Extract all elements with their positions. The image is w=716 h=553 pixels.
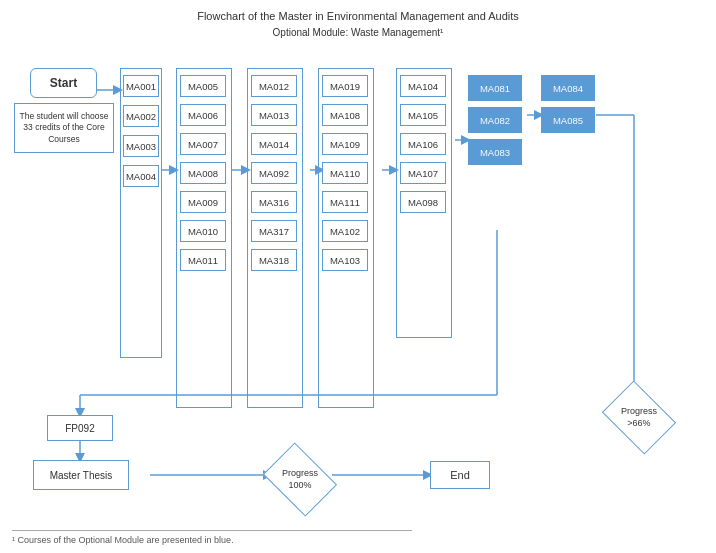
- col2-item-6: MA011: [180, 249, 226, 271]
- fp092-box: FP092: [47, 415, 113, 441]
- col5-item-1: MA105: [400, 104, 446, 126]
- col5-item-2: MA106: [400, 133, 446, 155]
- start-box: Start: [30, 68, 97, 98]
- col7-item-0: MA084: [541, 75, 595, 101]
- col2-item-4: MA009: [180, 191, 226, 213]
- col2-item-0: MA005: [180, 75, 226, 97]
- diamond2: [263, 442, 337, 516]
- col3-item-6: MA318: [251, 249, 297, 271]
- col3-item-4: MA316: [251, 191, 297, 213]
- col4-item-2: MA109: [322, 133, 368, 155]
- col4-item-6: MA103: [322, 249, 368, 271]
- diamond1-wrap: Progress>66%: [604, 390, 674, 445]
- col3-item-5: MA317: [251, 220, 297, 242]
- col6-item-2: MA083: [468, 139, 522, 165]
- col3-item-0: MA012: [251, 75, 297, 97]
- col3-item-1: MA013: [251, 104, 297, 126]
- end-box: End: [430, 461, 490, 489]
- col4-item-4: MA111: [322, 191, 368, 213]
- diamond2-wrap: Progress100%: [265, 452, 335, 507]
- col4-item-0: MA019: [322, 75, 368, 97]
- col3-item-3: MA092: [251, 162, 297, 184]
- col4-item-1: MA108: [322, 104, 368, 126]
- start-note-box: The student will choose 33 credits of th…: [14, 103, 114, 153]
- page-subtitle: Optional Module: Waste Management¹: [0, 27, 716, 38]
- col7-item-1: MA085: [541, 107, 595, 133]
- col3-item-2: MA014: [251, 133, 297, 155]
- diamond1: [602, 380, 676, 454]
- col2-item-1: MA006: [180, 104, 226, 126]
- master-thesis-box: Master Thesis: [33, 460, 129, 490]
- page-title: Flowchart of the Master in Environmental…: [0, 0, 716, 25]
- col5-item-4: MA098: [400, 191, 446, 213]
- col6-item-1: MA082: [468, 107, 522, 133]
- col2-item-2: MA007: [180, 133, 226, 155]
- footnote: ¹ Courses of the Optional Module are pre…: [12, 530, 412, 545]
- end-label: End: [450, 469, 470, 481]
- col4-item-5: MA102: [322, 220, 368, 242]
- col1-item-0: MA001: [123, 75, 159, 97]
- start-note-label: The student will choose 33 credits of th…: [17, 111, 111, 144]
- col5-item-0: MA104: [400, 75, 446, 97]
- master-thesis-label: Master Thesis: [50, 470, 113, 481]
- col2-item-3: MA008: [180, 162, 226, 184]
- col2-item-5: MA010: [180, 220, 226, 242]
- col4-item-3: MA110: [322, 162, 368, 184]
- col1-item-3: MA004: [123, 165, 159, 187]
- col5-item-3: MA107: [400, 162, 446, 184]
- col1-item-1: MA002: [123, 105, 159, 127]
- fp092-label: FP092: [65, 423, 94, 434]
- start-label: Start: [50, 76, 77, 90]
- page: Flowchart of the Master in Environmental…: [0, 0, 716, 553]
- col6-item-0: MA081: [468, 75, 522, 101]
- col1-item-2: MA003: [123, 135, 159, 157]
